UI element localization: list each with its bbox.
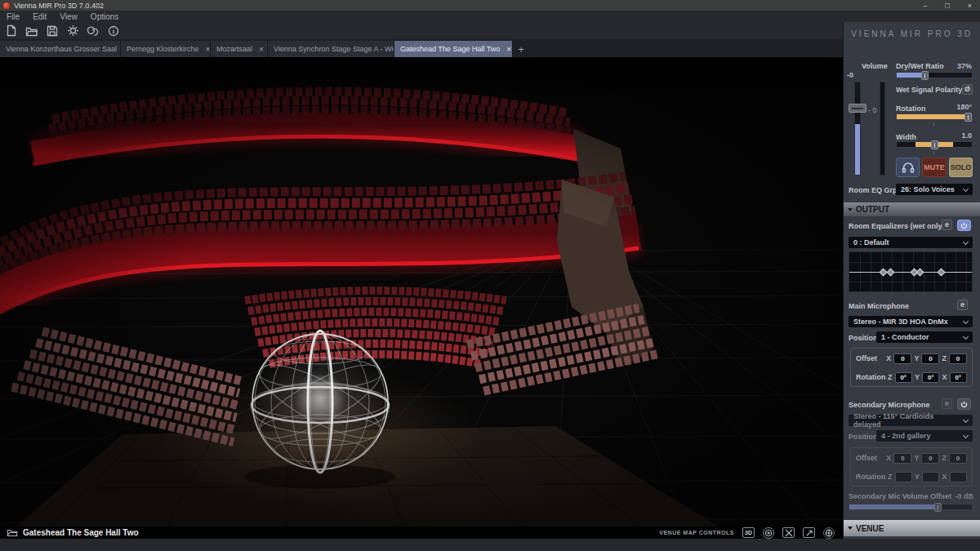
tab-gateshead-sage-active[interactable]: Gateshead The Sage Hall Two× xyxy=(394,41,513,57)
gear-icon xyxy=(67,24,79,37)
secondary-mic-position-dropdown[interactable]: 4 - 2nd gallery xyxy=(876,430,973,442)
venue-map-controls-label: VENUE MAP CONTROLS xyxy=(659,530,734,535)
rotation-label: Rotation xyxy=(896,104,926,113)
compass-icon xyxy=(825,529,833,537)
chevron-down-icon xyxy=(963,334,969,340)
close-button[interactable]: × xyxy=(968,2,972,10)
sec-rot-y-field[interactable] xyxy=(922,472,939,482)
collapse-arrow-icon xyxy=(848,527,853,530)
add-tab-button[interactable]: + xyxy=(513,41,529,57)
sec-rot-x-field[interactable] xyxy=(950,472,967,482)
menu-options[interactable]: Options xyxy=(91,12,118,21)
rotation-center-tick xyxy=(933,123,934,127)
main-rot-x-field[interactable]: 0° xyxy=(950,372,967,383)
main-rot-z-field[interactable]: 0° xyxy=(895,372,912,383)
dry-wet-slider[interactable] xyxy=(896,72,973,78)
secondary-mic-format-dropdown[interactable]: Stereo - 115° Cardioids delayed xyxy=(849,415,973,426)
zoom-selection-button[interactable] xyxy=(803,527,815,538)
room-eq-preset-dropdown[interactable]: 0 : Default xyxy=(849,237,973,248)
maximize-button[interactable]: □ xyxy=(945,2,949,10)
zoom-extents-button[interactable] xyxy=(782,527,795,538)
menu-edit[interactable]: Edit xyxy=(33,12,47,21)
main-offset-y-field[interactable]: 0 xyxy=(921,353,939,364)
rotation-slider-handle[interactable] xyxy=(964,113,972,122)
settings-button[interactable] xyxy=(65,24,80,38)
solo-button[interactable]: SOLO xyxy=(949,158,973,177)
tab-close-icon[interactable]: × xyxy=(259,45,264,54)
width-value: 1.0 xyxy=(961,131,972,140)
secondary-mic-position-label: Position xyxy=(849,433,878,441)
width-center-tick xyxy=(933,151,934,154)
app-window: Vienna MIR Pro 3D 7.0.402 – □ × File Edi… xyxy=(0,0,980,551)
dry-wet-value: 37% xyxy=(957,62,972,70)
room-eq-edit-button[interactable]: e xyxy=(942,220,952,230)
sec-offset-x-field[interactable]: 0 xyxy=(893,453,911,464)
width-label: Width xyxy=(896,133,916,141)
main-offset-x-field[interactable]: 0 xyxy=(893,353,911,364)
toolbar xyxy=(0,22,843,39)
venue-3d-view[interactable] xyxy=(0,57,843,527)
width-slider[interactable] xyxy=(896,141,973,148)
volume-scale-top: -0 xyxy=(847,71,853,79)
about-button[interactable] xyxy=(106,24,121,38)
volume-fader[interactable] xyxy=(854,82,861,176)
output-section-header[interactable]: OUTPUT xyxy=(844,202,980,216)
chevron-down-icon xyxy=(963,318,969,324)
compass-button[interactable] xyxy=(823,527,835,539)
main-mic-offset-group: Offset X0 Y0 Z0 Rotation Z0° Y0° X0° xyxy=(850,348,973,387)
sec-offset-z-field[interactable]: 0 xyxy=(949,453,967,464)
new-project-button[interactable] xyxy=(4,24,19,38)
sec-rot-z-field[interactable] xyxy=(895,472,912,482)
rotation-value: 180° xyxy=(956,103,972,111)
main-offset-z-field[interactable]: 0 xyxy=(949,353,967,364)
orbit-view-button[interactable] xyxy=(763,527,774,539)
secondary-mic-power-button[interactable] xyxy=(957,398,971,410)
menu-bar: File Edit View Options xyxy=(0,11,980,22)
width-slider-handle[interactable] xyxy=(931,140,938,149)
room-eq-graph[interactable] xyxy=(849,251,973,292)
sec-offset-y-field[interactable]: 0 xyxy=(921,453,939,464)
room-eq-grp-dropdown[interactable]: 26: Solo Voices xyxy=(896,184,973,195)
tab-pernegg-klosterkirche[interactable]: Pernegg Klosterkirche× xyxy=(121,41,211,57)
sec-vol-slider-handle[interactable] xyxy=(934,503,942,512)
brand-logo: VIENNA MIR PRO 3D xyxy=(851,29,973,38)
main-mic-position-dropdown[interactable]: 1 - Conductor xyxy=(876,331,973,343)
eq-node[interactable] xyxy=(916,269,924,277)
polarity-button[interactable]: Ø xyxy=(962,84,973,95)
tab-synchron-stage[interactable]: Vienna Synchron Stage Stage A - Wide× xyxy=(268,41,394,57)
listen-button[interactable] xyxy=(896,158,920,177)
tab-close-icon[interactable]: × xyxy=(506,45,511,54)
app-icon xyxy=(3,2,10,9)
main-mic-label: Main Microphone xyxy=(849,302,909,310)
save-project-button[interactable] xyxy=(45,24,60,38)
main-mic-format-dropdown[interactable]: Stereo - MIR 3D HOA DnMx xyxy=(849,316,973,327)
tab-mozartsaal[interactable]: Mozartsaal× xyxy=(211,41,268,57)
save-icon xyxy=(47,25,58,37)
main-mic-edit-button[interactable]: e xyxy=(957,300,968,310)
menu-view[interactable]: View xyxy=(60,12,78,21)
dry-wet-slider-handle[interactable] xyxy=(921,71,929,80)
room-eq-grp-label: Room EQ Grp. xyxy=(849,186,899,194)
view-3d-button[interactable]: 3D xyxy=(742,527,755,538)
open-project-button[interactable] xyxy=(24,24,39,38)
rotation-slider[interactable] xyxy=(896,113,973,120)
room-eq-power-button[interactable] xyxy=(957,220,971,231)
sec-vol-offset-slider[interactable] xyxy=(849,504,973,510)
secondary-mic-edit-button[interactable]: e xyxy=(942,398,952,409)
volume-fader-handle[interactable] xyxy=(849,104,866,113)
tab-vienna-konzerthaus[interactable]: Vienna Konzerthaus Grosser Saal× xyxy=(0,41,121,57)
venues-button[interactable] xyxy=(86,24,100,38)
secondary-mic-offset-group: Offset X0 Y0 Z0 Rotation Z Y X xyxy=(850,447,973,487)
menu-file[interactable]: File xyxy=(7,12,20,21)
mute-button[interactable]: MUTE xyxy=(922,158,947,177)
eq-node[interactable] xyxy=(937,269,945,277)
minimize-button[interactable]: – xyxy=(923,2,927,10)
tab-close-icon[interactable]: × xyxy=(206,45,211,54)
offset-label: Offset xyxy=(856,354,884,362)
venue-section-header[interactable]: VENUE xyxy=(844,520,980,536)
sec-vol-offset-value: -0 dB xyxy=(956,492,974,500)
eq-node[interactable] xyxy=(887,269,895,277)
zoom-extents-icon xyxy=(785,529,793,537)
main-rot-y-field[interactable]: 0° xyxy=(922,372,939,383)
rotation-group-label: Rotation xyxy=(856,473,885,481)
